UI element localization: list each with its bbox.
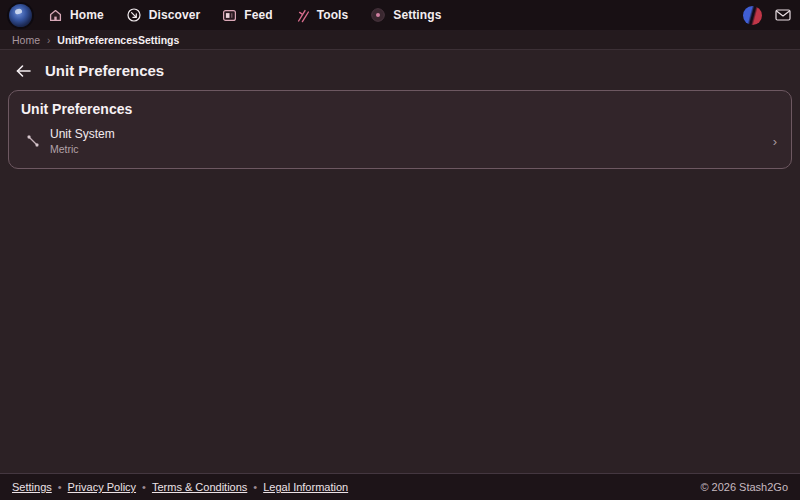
footer-link-legal-information[interactable]: Legal Information [263, 481, 348, 493]
topnav-right [743, 6, 791, 25]
user-avatar[interactable] [743, 6, 762, 25]
nav-item-discover[interactable]: Discover [126, 7, 201, 23]
breadcrumb: Home › UnitPreferencesSettings [0, 31, 800, 50]
nav-item-feed[interactable]: Feed [222, 8, 272, 23]
nav-label-feed: Feed [244, 8, 272, 22]
card-title: Unit Preferences [21, 101, 779, 117]
setting-label: Unit System [50, 127, 115, 141]
page-header: Unit Preferences [0, 50, 800, 90]
discover-icon [126, 7, 142, 23]
back-button[interactable] [14, 63, 32, 79]
footer-separator: • [58, 481, 62, 493]
ruler-icon [26, 134, 40, 148]
page-title: Unit Preferences [45, 62, 164, 79]
feed-icon [222, 8, 237, 23]
nav-label-discover: Discover [149, 8, 201, 22]
nav-label-tools: Tools [317, 8, 349, 22]
nav-item-home[interactable]: Home [48, 8, 104, 23]
unit-system-row[interactable]: Unit System Metric › [21, 127, 779, 155]
footer-links: Settings • Privacy Policy • Terms & Cond… [12, 481, 348, 493]
nav-label-home: Home [70, 8, 104, 22]
mail-icon[interactable] [775, 9, 791, 21]
page-footer: Settings • Privacy Policy • Terms & Cond… [0, 473, 800, 500]
nav-menu: Home Discover Feed [48, 7, 441, 23]
copyright: © 2026 Stash2Go [700, 481, 788, 493]
breadcrumb-home-link[interactable]: Home [12, 34, 40, 46]
tools-icon [295, 8, 310, 23]
main-content: Unit Preferences Unit System Metric › [0, 90, 800, 473]
breadcrumb-separator-icon: › [47, 35, 50, 46]
nav-label-settings: Settings [393, 8, 441, 22]
home-icon [48, 8, 63, 23]
breadcrumb-current: UnitPreferencesSettings [57, 34, 179, 46]
arrow-left-icon [14, 63, 32, 79]
footer-link-privacy-policy[interactable]: Privacy Policy [68, 481, 136, 493]
nav-item-settings[interactable]: Settings [370, 7, 441, 23]
top-navigation: Home Discover Feed [0, 0, 800, 31]
setting-text: Unit System Metric [50, 127, 115, 155]
footer-separator: • [142, 481, 146, 493]
footer-link-terms-conditions[interactable]: Terms & Conditions [152, 481, 247, 493]
setting-value: Metric [50, 143, 115, 155]
nav-item-tools[interactable]: Tools [295, 8, 349, 23]
unit-preferences-card: Unit Preferences Unit System Metric › [8, 90, 792, 169]
app-logo-icon[interactable] [9, 4, 32, 27]
chevron-right-icon: › [773, 135, 779, 148]
settings-icon [370, 7, 386, 23]
footer-separator: • [253, 481, 257, 493]
footer-link-settings[interactable]: Settings [12, 481, 52, 493]
